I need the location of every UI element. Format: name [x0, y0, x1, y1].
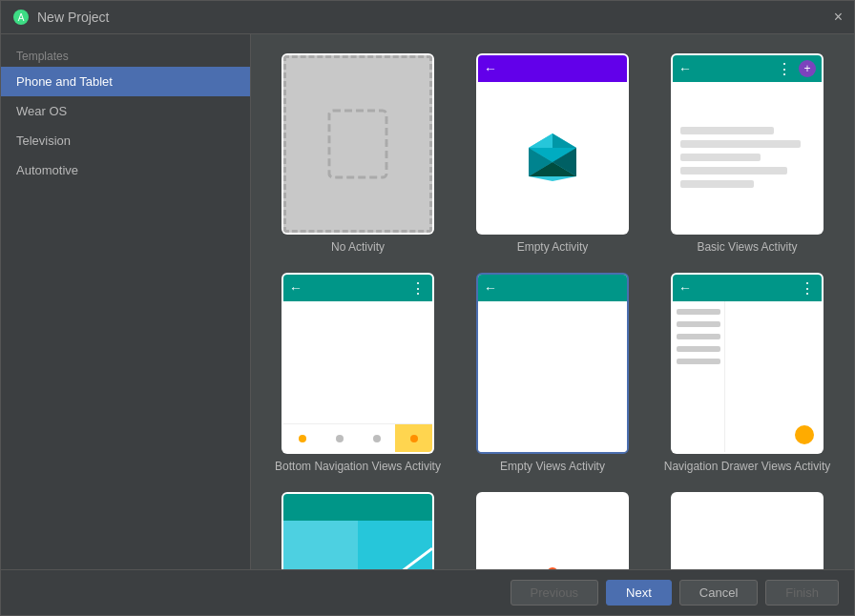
bottom-nav-mockup: ← ⋮	[283, 275, 432, 452]
nav-drawer-toolbar: ← ⋮	[673, 275, 822, 301]
svg-rect-11	[283, 521, 358, 569]
graph-icon	[283, 521, 432, 569]
basic-views-toolbar: ← ⋮ +	[673, 55, 822, 82]
back-arrow-icon: ←	[484, 280, 497, 296]
empty-views-label: Empty Views Activity	[500, 460, 605, 473]
svg-rect-12	[358, 521, 432, 569]
template-preview-nav-drawer: ← ⋮	[671, 273, 824, 454]
back-arrow-icon: ←	[289, 280, 302, 296]
empty-activity-body	[478, 82, 627, 233]
title-bar-left: A New Project	[12, 9, 109, 26]
basic-views-mockup: ← ⋮ +	[673, 55, 822, 233]
sidebar-item-phone-tablet[interactable]: Phone and Tablet	[1, 67, 250, 96]
previous-button[interactable]: Previous	[511, 580, 599, 606]
bottom-nav-label: Bottom Navigation Views Activity	[275, 460, 441, 473]
template-preview-bottom-nav: ← ⋮	[282, 273, 434, 454]
no-activity-preview	[283, 55, 432, 233]
main-content: No Activity ←	[251, 34, 854, 569]
dialog-title: New Project	[37, 10, 109, 25]
back-arrow-icon: ←	[678, 280, 692, 296]
back-arrow-icon: ←	[678, 61, 692, 76]
template-preview-game: ▲	[476, 492, 629, 569]
template-basic-views[interactable]: ← ⋮ +	[659, 53, 835, 254]
template-nav-drawer[interactable]: ← ⋮	[659, 273, 835, 473]
template-game-activity[interactable]: ▲ Game Activity	[465, 492, 640, 569]
close-button[interactable]: ×	[834, 10, 843, 25]
empty-views-mockup: ←	[478, 275, 627, 452]
sidebar-item-television[interactable]: Television	[1, 126, 250, 155]
template-preview-responsive	[282, 492, 434, 569]
bottom-nav-toolbar: ← ⋮	[283, 275, 432, 301]
plus-fab-icon: +	[799, 60, 816, 77]
template-empty-activity[interactable]: ←	[465, 53, 640, 254]
title-bar: A New Project ×	[1, 1, 854, 34]
svg-rect-2	[329, 111, 386, 177]
template-responsive-views[interactable]: Responsive Views Activity	[270, 492, 446, 569]
empty-activity-label: Empty Activity	[517, 240, 589, 254]
menu-dots-icon: ⋮	[800, 279, 816, 298]
sidebar-section-label: Templates	[1, 42, 250, 67]
new-project-dialog: A New Project × Templates Phone and Tabl…	[0, 0, 855, 616]
empty-activity-toolbar: ←	[478, 55, 627, 82]
android-icon: A	[12, 9, 30, 26]
no-activity-label: No Activity	[331, 240, 385, 254]
template-bottom-nav[interactable]: ← ⋮	[270, 273, 446, 473]
template-preview-empty-views: ←	[476, 273, 629, 454]
nav-drawer-mockup: ← ⋮	[673, 275, 822, 452]
game-controller-icon: ▲	[514, 554, 591, 569]
menu-dots-icon: ⋮	[777, 60, 793, 78]
footer: Previous Next Cancel Finish	[1, 569, 854, 615]
basic-views-body	[673, 82, 822, 233]
dialog-body: Templates Phone and Tablet Wear OS Telev…	[1, 34, 854, 569]
sidebar-item-automotive[interactable]: Automotive	[1, 155, 250, 185]
basic-views-label: Basic Views Activity	[697, 240, 797, 254]
next-button[interactable]: Next	[606, 580, 672, 606]
empty-activity-mockup: ←	[478, 55, 627, 233]
svg-point-31	[547, 567, 558, 569]
nav-drawer-body	[673, 301, 822, 452]
empty-views-toolbar: ←	[478, 275, 627, 301]
sidebar-item-wear-os[interactable]: Wear OS	[1, 96, 250, 126]
sidebar: Templates Phone and Tablet Wear OS Telev…	[1, 34, 251, 569]
template-preview-no-activity	[282, 53, 434, 235]
finish-button[interactable]: Finish	[765, 580, 839, 606]
template-preview-cpp: C++	[671, 492, 824, 569]
cpp-text: C++	[715, 563, 780, 569]
template-no-activity[interactable]: No Activity	[270, 53, 446, 254]
bottom-nav-body	[283, 301, 432, 452]
menu-dots-icon: ⋮	[410, 279, 427, 298]
template-preview-basic-views: ← ⋮ +	[671, 53, 824, 235]
template-native-cpp[interactable]: C++ Native C++	[659, 492, 835, 569]
android-logo	[524, 129, 581, 186]
templates-grid: No Activity ←	[251, 34, 854, 569]
template-empty-views[interactable]: ← Empty Views Activity	[465, 273, 640, 473]
nav-drawer-label: Navigation Drawer Views Activity	[664, 460, 831, 473]
empty-views-body	[478, 301, 627, 452]
cancel-button[interactable]: Cancel	[679, 580, 758, 606]
back-arrow-icon: ←	[484, 61, 497, 76]
template-preview-empty-activity: ←	[476, 53, 629, 235]
svg-text:A: A	[18, 12, 25, 23]
